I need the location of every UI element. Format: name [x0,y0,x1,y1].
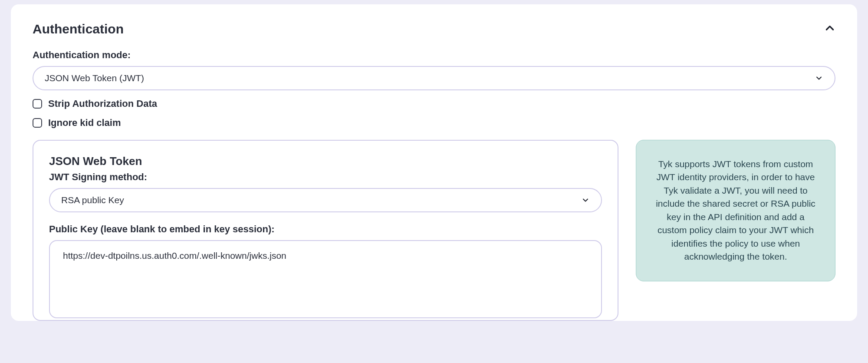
public-key-label: Public Key (leave blank to embed in key … [49,224,602,235]
jwt-title: JSON Web Token [49,155,602,168]
ignore-kid-label: Ignore kid claim [48,117,121,129]
jwt-info-box: Tyk supports JWT tokens from custom JWT … [636,140,835,281]
jwt-signing-select[interactable]: RSA public Key [49,188,602,212]
strip-auth-row: Strip Authorization Data [33,98,835,109]
ignore-kid-row: Ignore kid claim [33,117,835,129]
chevron-down-icon [581,196,590,205]
collapse-toggle[interactable] [824,23,835,36]
jwt-signing-value: RSA public Key [61,195,124,205]
panel-title: Authentication [33,22,124,36]
chevron-up-icon [824,23,835,34]
public-key-input[interactable] [49,240,602,318]
jwt-signing-label: JWT Signing method: [49,172,602,183]
authentication-panel: Authentication Authentication mode: JSON… [11,4,857,321]
auth-mode-select[interactable]: JSON Web Token (JWT) [33,66,835,90]
panel-header: Authentication [33,22,835,36]
jwt-info-text: Tyk supports JWT tokens from custom JWT … [656,159,815,261]
strip-auth-label: Strip Authorization Data [48,98,157,109]
jwt-panel: JSON Web Token JWT Signing method: RSA p… [33,140,618,321]
chevron-down-icon [815,74,823,82]
auth-mode-label: Authentication mode: [33,50,835,61]
auth-mode-value: JSON Web Token (JWT) [45,73,144,83]
ignore-kid-checkbox[interactable] [33,118,42,128]
strip-auth-checkbox[interactable] [33,99,42,109]
